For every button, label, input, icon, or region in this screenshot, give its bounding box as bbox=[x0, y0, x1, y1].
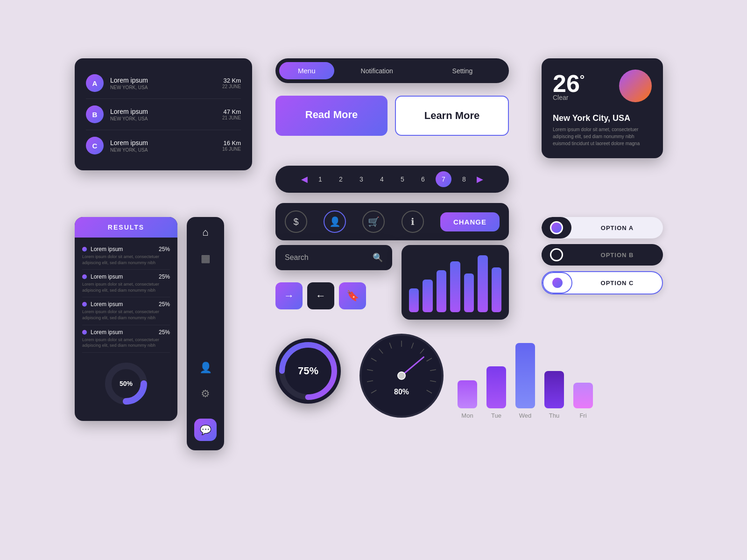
speedometer: 80% bbox=[359, 334, 444, 418]
result-pct: 25% bbox=[159, 246, 170, 252]
svg-point-20 bbox=[398, 372, 405, 379]
toggle-switch-c[interactable] bbox=[543, 272, 572, 294]
weather-top: 26° Clear bbox=[553, 70, 652, 102]
item-name: Lorem ipsum bbox=[110, 108, 222, 115]
week-col-wed: Wed bbox=[515, 343, 535, 419]
tab-setting[interactable]: Setting bbox=[420, 63, 505, 79]
weather-orb bbox=[619, 70, 652, 102]
next-page-button[interactable]: ▶ bbox=[477, 174, 483, 184]
toggle-knob-b bbox=[550, 248, 563, 261]
info-icon[interactable]: ℹ bbox=[402, 210, 424, 233]
search-input[interactable]: Search bbox=[285, 253, 367, 262]
result-desc: Lorem ipsum dolor sit amet, consectetuer… bbox=[82, 309, 170, 321]
result-desc: Lorem ipsum dolor sit amet, consectetuer… bbox=[82, 337, 170, 349]
bar-tue bbox=[486, 366, 506, 408]
item-distance: 47 Km 21 JUNE bbox=[222, 108, 241, 120]
toggle-switch-b[interactable] bbox=[542, 244, 571, 266]
toggle-switch-a[interactable] bbox=[542, 217, 571, 238]
circular-label: 75% bbox=[298, 365, 318, 377]
result-dot bbox=[82, 302, 87, 307]
results-header: RESULTS bbox=[75, 217, 177, 238]
bar-chart-card bbox=[402, 245, 509, 320]
list-info: Lorem ipsum NEW YORK, USA bbox=[110, 139, 222, 153]
page-1[interactable]: 1 bbox=[312, 171, 328, 187]
weather-city: New York City, USA bbox=[553, 113, 652, 123]
toggle-knob-a bbox=[550, 221, 563, 234]
bar-6 bbox=[478, 255, 487, 312]
icon-toolbar: $ 👤 🛒 ℹ CHANGE bbox=[275, 203, 509, 240]
result-item: Lorem ipsum 25% Lorem ipsum dolor sit am… bbox=[82, 297, 170, 325]
bar-1 bbox=[409, 288, 419, 312]
bar-thu bbox=[544, 371, 564, 408]
results-card: RESULTS Lorem ipsum 25% Lorem ipsum dolo… bbox=[75, 217, 177, 421]
toggle-option-a[interactable]: OPTION A bbox=[542, 217, 663, 238]
toggle-label-c: OPTION C bbox=[572, 280, 662, 287]
page-6[interactable]: 6 bbox=[415, 171, 431, 187]
prev-page-button[interactable]: ◀ bbox=[301, 174, 308, 184]
result-dot bbox=[82, 247, 87, 252]
toggle-options: OPTION A OPTION B OPTION C bbox=[542, 217, 663, 294]
result-name: Lorem ipsum bbox=[91, 273, 123, 280]
action-buttons: → ← 🔖 bbox=[275, 282, 366, 309]
tab-notification[interactable]: Notification bbox=[334, 63, 420, 79]
page-8[interactable]: 8 bbox=[456, 171, 472, 187]
label-fri: Fri bbox=[579, 412, 586, 419]
change-button[interactable]: CHANGE bbox=[440, 212, 500, 231]
bar-3 bbox=[437, 270, 446, 312]
page-3[interactable]: 3 bbox=[353, 171, 369, 187]
weather-temp-section: 26° Clear bbox=[553, 70, 585, 101]
chat-icon: 💬 bbox=[200, 424, 211, 435]
tab-menu[interactable]: Menu bbox=[279, 62, 334, 79]
page-7[interactable]: 7 bbox=[436, 171, 451, 187]
bookmark-button[interactable]: 🔖 bbox=[339, 282, 366, 309]
learn-more-button[interactable]: Learn More bbox=[395, 96, 509, 136]
dollar-icon[interactable]: $ bbox=[285, 210, 307, 233]
temperature: 26° bbox=[553, 70, 585, 98]
cart-icon[interactable]: 🛒 bbox=[362, 210, 385, 233]
item-sub: NEW YORK, USA bbox=[110, 116, 222, 121]
list-item: B Lorem ipsum NEW YORK, USA 47 Km 21 JUN… bbox=[86, 99, 241, 130]
result-pct: 25% bbox=[159, 301, 170, 308]
result-item: Lorem ipsum 25% Lorem ipsum dolor sit am… bbox=[82, 325, 170, 353]
read-more-button[interactable]: Read More bbox=[275, 96, 388, 136]
item-sub: NEW YORK, USA bbox=[110, 147, 222, 153]
week-col-fri: Fri bbox=[573, 383, 593, 419]
toggle-option-c[interactable]: OPTION C bbox=[542, 271, 663, 294]
svg-text:80%: 80% bbox=[394, 388, 409, 396]
result-dot bbox=[82, 274, 87, 279]
result-desc: Lorem ipsum dolor sit amet, consectetuer… bbox=[82, 281, 170, 293]
result-name: Lorem ipsum bbox=[91, 329, 123, 336]
toggle-option-b[interactable]: OPTION B bbox=[542, 244, 663, 266]
back-button[interactable]: ← bbox=[307, 282, 334, 309]
list-item: A Lorem ipsum NEW YORK, USA 32 Km 22 JUN… bbox=[86, 68, 241, 99]
circular-progress: 75% bbox=[275, 338, 341, 404]
home-icon[interactable]: ⌂ bbox=[202, 226, 208, 238]
user-icon[interactable]: 👤 bbox=[199, 362, 212, 374]
svg-text:50%: 50% bbox=[120, 380, 133, 387]
label-tue: Tue bbox=[491, 412, 501, 419]
week-col-mon: Mon bbox=[458, 380, 477, 419]
weather-card: 26° Clear New York City, USA Lorem ipsum… bbox=[542, 58, 663, 158]
chat-bubble[interactable]: 💬 bbox=[194, 419, 217, 441]
chart-icon[interactable]: ▦ bbox=[201, 252, 211, 265]
list-item: C Lorem ipsum NEW YORK, USA 16 Km 16 JUN… bbox=[86, 130, 241, 161]
result-pct: 25% bbox=[159, 329, 170, 336]
item-name: Lorem ipsum bbox=[110, 139, 222, 147]
page-2[interactable]: 2 bbox=[333, 171, 349, 187]
page-5[interactable]: 5 bbox=[395, 171, 410, 187]
page-4[interactable]: 4 bbox=[374, 171, 390, 187]
pagination: ◀ 1 2 3 4 5 6 7 8 ▶ bbox=[275, 166, 509, 193]
search-bar[interactable]: Search 🔍 bbox=[275, 245, 392, 270]
top-nav: Menu Notification Setting bbox=[275, 58, 509, 83]
list-info: Lorem ipsum NEW YORK, USA bbox=[110, 108, 222, 121]
result-pct: 25% bbox=[159, 273, 170, 280]
person-icon[interactable]: 👤 bbox=[324, 210, 346, 233]
donut-chart: 50% bbox=[82, 360, 170, 407]
avatar-a: A bbox=[86, 74, 104, 92]
settings-icon[interactable]: ⚙ bbox=[201, 388, 210, 400]
item-distance: 32 Km 22 JUNE bbox=[222, 77, 241, 89]
week-col-tue: Tue bbox=[486, 366, 506, 419]
forward-button[interactable]: → bbox=[275, 282, 303, 309]
list-info: Lorem ipsum NEW YORK, USA bbox=[110, 77, 222, 90]
result-name: Lorem ipsum bbox=[91, 246, 123, 252]
